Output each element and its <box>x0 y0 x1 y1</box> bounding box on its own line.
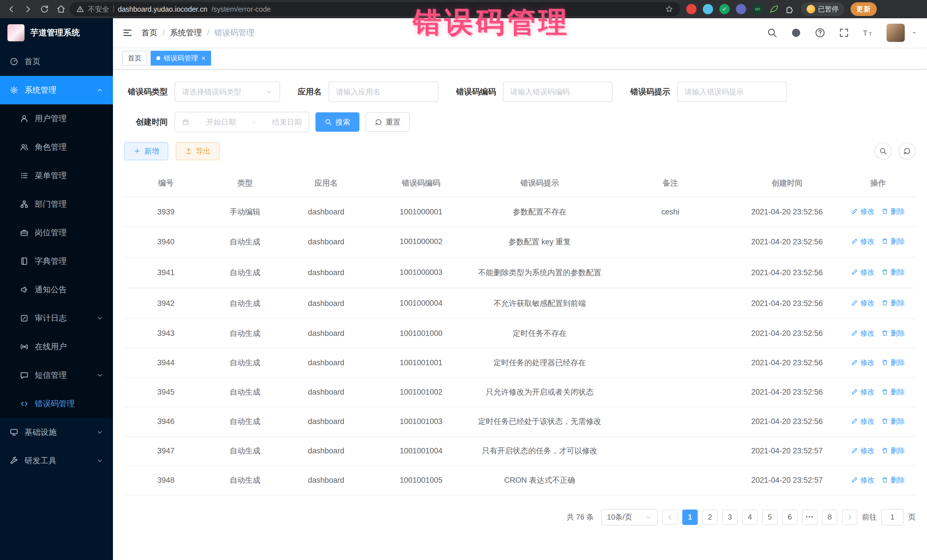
refresh-table-button[interactable] <box>898 143 916 160</box>
delete-link[interactable]: 删除 <box>881 237 905 246</box>
fontsize-icon[interactable]: TT <box>863 27 873 38</box>
search-icon[interactable] <box>767 27 778 38</box>
arrow-right-icon[interactable] <box>23 5 32 14</box>
page-button-4[interactable]: 4 <box>742 510 758 525</box>
app-logo[interactable]: 芋道管理系统 <box>0 18 113 47</box>
leaf-icon[interactable] <box>769 4 779 14</box>
edit-link[interactable]: 修改 <box>851 416 874 426</box>
sidebar-item-post[interactable]: 岗位管理 <box>0 219 113 247</box>
extension-icon[interactable]: ✓ <box>719 4 729 14</box>
security-label: 不安全 <box>88 5 109 14</box>
sidebar-item-devtool[interactable]: 研发工具 <box>0 446 113 475</box>
sidebar-item-system[interactable]: 系统管理 <box>0 76 113 104</box>
breadcrumb-system[interactable]: 系统管理 <box>170 27 202 38</box>
delete-link[interactable]: 删除 <box>881 298 905 308</box>
address-bar[interactable]: 不安全 dashboard.yudao.iocoder.cn/system/er… <box>70 2 680 16</box>
page-button-2[interactable]: 2 <box>702 510 718 525</box>
search-button[interactable]: 搜索 <box>316 112 359 132</box>
hamburger-icon[interactable] <box>122 27 133 38</box>
delete-link[interactable]: 删除 <box>881 267 905 277</box>
sidebar-item-label: 短信管理 <box>35 370 67 381</box>
sidebar-item-home[interactable]: 首页 <box>0 47 113 76</box>
home-icon[interactable] <box>56 5 65 14</box>
browser-update-button[interactable]: 更新 <box>851 2 877 16</box>
edit-link[interactable]: 修改 <box>851 237 874 246</box>
delete-link[interactable]: 删除 <box>881 206 905 216</box>
page-button-5[interactable]: 5 <box>762 510 778 525</box>
sidebar-item-role[interactable]: 角色管理 <box>0 133 113 161</box>
user-avatar[interactable] <box>886 24 905 42</box>
cell-code: 1001001000 <box>370 319 473 348</box>
sidebar-item-user[interactable]: 用户管理 <box>0 104 113 133</box>
date-range-picker[interactable]: 开始日期 - 结束日期 <box>175 112 309 132</box>
github-icon[interactable] <box>791 27 801 38</box>
extension-icon[interactable] <box>736 4 746 14</box>
tab-error-code[interactable]: 错误码管理 × <box>150 51 211 65</box>
extension-icon[interactable] <box>703 4 713 14</box>
edit-link[interactable]: 修改 <box>851 206 874 216</box>
prev-page-button[interactable] <box>662 510 678 525</box>
profile-paused-badge[interactable]: 已暂停 <box>801 2 844 16</box>
star-icon[interactable] <box>665 5 673 13</box>
next-page-button[interactable] <box>842 510 857 525</box>
cell-app: dashboard <box>283 319 370 348</box>
sidebar-item-menu[interactable]: 菜单管理 <box>0 161 113 190</box>
cell-remark <box>607 319 734 348</box>
sidebar-item-audit[interactable]: 审计日志 <box>0 304 113 332</box>
close-tab-icon[interactable]: × <box>201 55 205 62</box>
sidebar-item-label: 在线用户 <box>35 341 67 352</box>
sidebar-item-errorcode[interactable]: 错误码管理 <box>0 390 113 418</box>
delete-icon <box>881 447 888 454</box>
extension-icon[interactable] <box>686 4 696 14</box>
sidebar-item-dept[interactable]: 部门管理 <box>0 190 113 219</box>
page-more-button[interactable]: ••• <box>802 510 818 525</box>
extension-icon[interactable]: on <box>752 4 763 14</box>
page-button-1[interactable]: 1 <box>682 510 698 525</box>
arrow-left-icon[interactable] <box>7 5 16 14</box>
delete-link[interactable]: 删除 <box>881 328 905 338</box>
page-button-8[interactable]: 8 <box>822 510 837 525</box>
export-button[interactable]: 导出 <box>176 142 220 160</box>
add-button[interactable]: 新增 <box>125 142 168 160</box>
puzzle-icon[interactable] <box>785 4 795 14</box>
message-input[interactable] <box>685 88 780 96</box>
page-button-3[interactable]: 3 <box>722 510 738 525</box>
audit-icon <box>20 314 29 322</box>
delete-link[interactable]: 删除 <box>881 387 905 397</box>
sidebar-item-online[interactable]: 在线用户 <box>0 332 113 361</box>
delete-link[interactable]: 删除 <box>881 358 905 367</box>
sidebar-item-notice[interactable]: 通知公告 <box>0 275 113 304</box>
profile-avatar-icon <box>807 5 815 14</box>
edit-link[interactable]: 修改 <box>851 475 874 485</box>
reset-button[interactable]: 重置 <box>366 112 410 132</box>
cell-app: dashboard <box>283 348 370 378</box>
delete-link[interactable]: 删除 <box>881 416 905 426</box>
type-select[interactable]: 请选择错误码类型 <box>175 82 280 102</box>
tab-home[interactable]: 首页 <box>122 51 147 65</box>
delete-link[interactable]: 删除 <box>881 475 905 485</box>
question-icon[interactable] <box>815 27 825 38</box>
page-size-select[interactable]: 10条/页 <box>601 509 658 525</box>
edit-link[interactable]: 修改 <box>851 328 874 338</box>
code-input[interactable] <box>510 88 605 96</box>
fullscreen-icon[interactable] <box>839 27 849 38</box>
edit-link[interactable]: 修改 <box>851 267 874 277</box>
end-date-placeholder: 结束日期 <box>272 117 302 127</box>
breadcrumb-home[interactable]: 首页 <box>141 27 158 38</box>
edit-link[interactable]: 修改 <box>851 446 874 455</box>
toggle-search-button[interactable] <box>874 143 892 160</box>
edit-link[interactable]: 修改 <box>851 358 874 367</box>
sidebar-item-sms[interactable]: 短信管理 <box>0 361 113 390</box>
cell-code: 1001001003 <box>370 407 473 436</box>
caret-down-icon[interactable] <box>910 29 918 36</box>
app-input[interactable] <box>336 88 431 96</box>
goto-page-input[interactable] <box>881 509 904 525</box>
page-button-6[interactable]: 6 <box>782 510 798 525</box>
edit-link[interactable]: 修改 <box>851 298 874 308</box>
cell-app: dashboard <box>283 257 370 288</box>
reload-icon[interactable] <box>40 5 49 14</box>
sidebar-item-dict[interactable]: 字典管理 <box>0 247 113 275</box>
sidebar-item-infra[interactable]: 基础设施 <box>0 418 113 446</box>
edit-link[interactable]: 修改 <box>851 387 874 397</box>
delete-link[interactable]: 删除 <box>881 446 905 455</box>
